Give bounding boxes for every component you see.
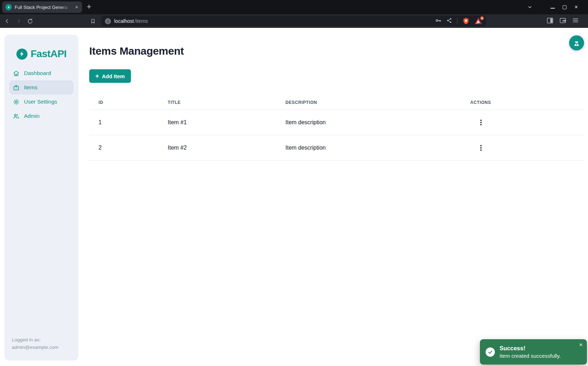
- column-header-title: TITLE: [168, 100, 285, 105]
- tab-title: Full Stack Project Genera: [15, 5, 72, 10]
- cell-title: Item #1: [168, 119, 285, 126]
- sidebar-item-label: Admin: [24, 113, 40, 119]
- sidebar-item-items[interactable]: Items: [9, 80, 74, 95]
- brave-rewards-icon[interactable]: 1: [475, 17, 482, 25]
- page-title: Items Management: [89, 45, 583, 57]
- table-header-row: ID TITLE DESCRIPTION ACTIONS: [89, 95, 583, 110]
- sidebar: FastAPI Dashboard Items: [4, 35, 78, 361]
- menu-hamburger-icon[interactable]: [572, 17, 579, 25]
- browser-tab-strip: Full Stack Project Genera × + ×: [0, 0, 588, 14]
- fastapi-favicon-icon: [5, 4, 12, 10]
- sidebar-item-label: Dashboard: [24, 70, 51, 76]
- column-header-actions: ACTIONS: [470, 100, 583, 105]
- table-row: 2 Item #2 Item description: [89, 135, 583, 161]
- toast-message: Item created successfully.: [500, 353, 561, 359]
- reload-icon[interactable]: [26, 17, 34, 25]
- back-icon[interactable]: [3, 17, 11, 25]
- tab-close-icon[interactable]: ×: [75, 5, 79, 10]
- cell-description: Item description: [285, 145, 470, 151]
- user-avatar-icon: [572, 39, 581, 47]
- cell-id: 2: [89, 145, 168, 151]
- browser-toolbar: i localhost /items: [0, 14, 588, 28]
- rewards-badge: 1: [480, 16, 485, 21]
- window-close-button[interactable]: ×: [574, 5, 579, 10]
- briefcase-icon: [13, 84, 20, 91]
- row-actions-kebab-icon[interactable]: [476, 117, 486, 127]
- items-table: ID TITLE DESCRIPTION ACTIONS 1 Item #1 I…: [89, 95, 583, 161]
- users-icon: [13, 113, 20, 120]
- sidebar-item-label: User Settings: [24, 99, 57, 105]
- divider: [457, 18, 457, 24]
- add-item-button[interactable]: + Add Item: [89, 69, 131, 83]
- sidebar-nav: Dashboard Items User Settings: [4, 66, 78, 123]
- toast-close-icon[interactable]: ×: [579, 342, 583, 348]
- bookmark-icon[interactable]: [88, 17, 97, 25]
- fastapi-logo-icon: [16, 49, 27, 60]
- browser-tab[interactable]: Full Stack Project Genera ×: [2, 1, 82, 13]
- home-icon: [13, 70, 20, 77]
- brave-shield-icon[interactable]: [462, 17, 470, 25]
- app-logo: FastAPI: [4, 35, 78, 60]
- window-minimize-button[interactable]: [550, 5, 555, 10]
- forward-icon[interactable]: [14, 17, 23, 25]
- password-key-icon[interactable]: [435, 17, 442, 25]
- success-toast: Success! Item created successfully. ×: [480, 339, 587, 365]
- sidebar-item-admin[interactable]: Admin: [9, 109, 74, 123]
- row-actions-kebab-icon[interactable]: [476, 143, 486, 153]
- add-item-label: Add Item: [102, 73, 125, 79]
- cell-id: 1: [89, 119, 168, 126]
- sidebar-item-label: Items: [24, 84, 37, 91]
- logged-in-email: admin@example.com: [12, 344, 74, 351]
- share-icon[interactable]: [446, 17, 452, 25]
- sidebar-item-dashboard[interactable]: Dashboard: [9, 66, 74, 80]
- new-tab-button[interactable]: +: [87, 3, 91, 11]
- logged-in-footer: Logged in as: admin@example.com: [12, 336, 74, 351]
- toast-title: Success!: [500, 345, 561, 352]
- app-page: FastAPI Dashboard Items: [0, 28, 588, 366]
- user-avatar-button[interactable]: [569, 35, 584, 50]
- column-header-id: ID: [89, 100, 168, 105]
- tab-search-chevron-icon[interactable]: [527, 5, 532, 10]
- wallet-icon[interactable]: [559, 17, 566, 25]
- window-maximize-button[interactable]: [562, 5, 567, 10]
- table-row: 1 Item #1 Item description: [89, 110, 583, 135]
- plus-icon: +: [95, 73, 99, 79]
- site-info-icon[interactable]: i: [105, 18, 111, 24]
- check-circle-icon: [486, 347, 495, 357]
- cell-title: Item #2: [168, 145, 285, 151]
- main-content: Items Management + Add Item ID TITLE DES…: [89, 28, 583, 161]
- side-panel-icon[interactable]: [547, 17, 553, 25]
- sidebar-item-user-settings[interactable]: User Settings: [9, 95, 74, 109]
- logged-in-label: Logged in as:: [12, 336, 74, 344]
- app-logo-text: FastAPI: [31, 48, 67, 60]
- address-bar[interactable]: i localhost /items: [101, 16, 486, 26]
- url-host: localhost: [114, 18, 134, 24]
- cell-description: Item description: [285, 119, 470, 126]
- url-path: /items: [135, 18, 148, 24]
- column-header-description: DESCRIPTION: [285, 100, 470, 105]
- gear-icon: [13, 99, 20, 105]
